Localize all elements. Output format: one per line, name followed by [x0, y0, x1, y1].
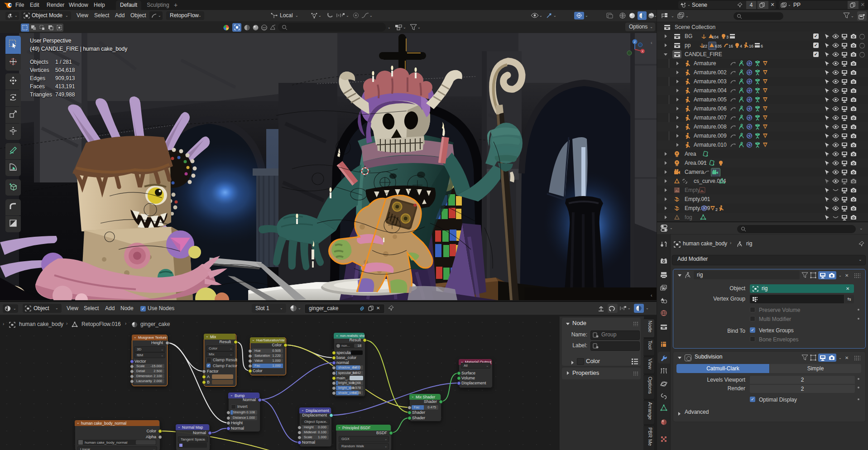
svg-text:X: X [642, 50, 644, 53]
svg-text:Z: Z [634, 40, 636, 43]
